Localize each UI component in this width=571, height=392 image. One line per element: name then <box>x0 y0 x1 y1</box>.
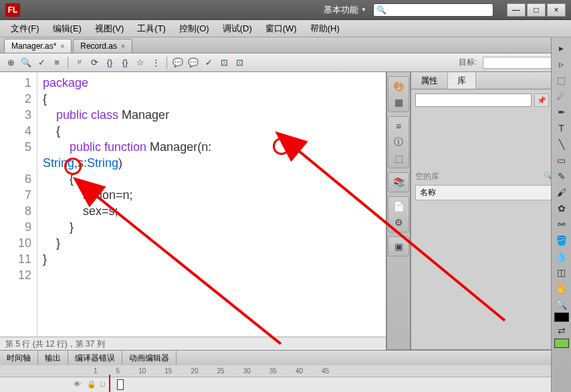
menu-item[interactable]: 窗口(W) <box>259 21 304 37</box>
document-tab-bar: Manager.as*×Record.as× <box>0 37 571 53</box>
title-bar: FL 基本功能▼ 🔍 — □ × <box>0 0 571 20</box>
minimize-button[interactable]: — <box>507 3 526 17</box>
free-transform-icon[interactable]: ⬚ <box>554 72 570 87</box>
components-icon[interactable]: ▣ <box>390 239 407 254</box>
empty-library-label: 空的库 <box>415 171 542 182</box>
swap-colors-icon[interactable]: ⇄ <box>554 323 570 338</box>
rectangle-tool-icon[interactable]: ▭ <box>554 152 570 168</box>
target-label: 目标: <box>459 57 477 68</box>
menu-item[interactable]: 文件(F) <box>4 21 46 37</box>
bottom-tab[interactable]: 动画编辑器 <box>122 351 177 365</box>
menu-item[interactable]: 调试(D) <box>216 21 259 37</box>
eye-icon[interactable]: 👁 <box>74 380 83 389</box>
tab-library[interactable]: 库 <box>448 72 476 89</box>
menu-item[interactable]: 编辑(E) <box>46 21 88 37</box>
toolbar-icon[interactable]: 💬 <box>171 56 185 69</box>
paint-bucket-icon[interactable]: 🪣 <box>554 232 570 248</box>
tab-properties[interactable]: 属性 <box>411 72 448 89</box>
bottom-tab[interactable]: 时间轴 <box>0 351 38 365</box>
menu-item[interactable]: 工具(T) <box>130 21 173 37</box>
timeline-panel: 时间轴输出编译器错误动画编辑器 151015202530354045 👁 🔒 □ <box>0 351 571 392</box>
document-tab[interactable]: Manager.as*× <box>4 39 72 53</box>
zoom-tool-icon[interactable]: 🔍 <box>554 297 570 312</box>
playhead[interactable] <box>109 375 110 392</box>
bottom-tab[interactable]: 输出 <box>38 351 68 365</box>
lock-icon[interactable]: 🔒 <box>87 380 96 389</box>
line-tool-icon[interactable]: ╲ <box>554 136 570 152</box>
search-icon: 🔍 <box>376 5 386 15</box>
toolbar-icon[interactable]: ≡ <box>50 56 64 69</box>
close-icon[interactable]: × <box>60 43 64 50</box>
menu-item[interactable]: 帮助(H) <box>304 21 346 37</box>
toolbar-icon[interactable]: {} <box>103 56 116 69</box>
pen-tool-icon[interactable]: ✒ <box>554 104 570 120</box>
align-icon[interactable]: ≡ <box>390 119 407 134</box>
swatches-icon[interactable]: ▦ <box>390 95 407 110</box>
workspace-switcher[interactable]: 基本功能▼ <box>324 4 366 16</box>
tools-panel: ▸ ▹ ⬚ ☄ ✒ T ╲ ▭ ✎ 🖌 ✿ ⚯ 🪣 💧 ◫ ✋ 🔍 ⇄ <box>551 37 571 392</box>
lasso-tool-icon[interactable]: ☄ <box>554 88 570 104</box>
selection-tool-icon[interactable]: ▸ <box>554 40 570 55</box>
outline-icon[interactable]: □ <box>100 380 110 389</box>
toolbar-icon[interactable]: ⋮ <box>149 56 162 69</box>
menu-bar: 文件(F)编辑(E)视图(V)工具(T)控制(O)调试(D)窗口(W)帮助(H) <box>0 20 571 37</box>
menu-item[interactable]: 视图(V) <box>88 21 130 37</box>
toolbar-icon[interactable]: {} <box>118 56 132 69</box>
menu-item[interactable]: 控制(O) <box>173 21 216 37</box>
hand-tool-icon[interactable]: ✋ <box>554 280 570 296</box>
actions-icon[interactable]: 📄 <box>390 199 407 214</box>
eraser-tool-icon[interactable]: ◫ <box>554 264 570 280</box>
library-dropdown[interactable] <box>415 93 532 107</box>
library-panel: 属性 库 ▪≡ 📌 ⊞ 空的库 🔍 ⊡ 名称 <box>411 72 571 350</box>
editor-toolbar: ⊕🔍✓≡〃⟳{}{}☆⋮💬💬✓⊡⊡目标: <box>0 53 571 72</box>
bone-tool-icon[interactable]: ⚯ <box>554 216 570 232</box>
code-editor[interactable]: 123456789101112 package{ public class Ma… <box>0 72 386 350</box>
line-gutter: 123456789101112 <box>0 72 37 337</box>
color-icon[interactable]: 🎨 <box>390 79 407 93</box>
fill-color[interactable] <box>554 339 569 348</box>
library-icon[interactable]: 📚 <box>390 175 407 190</box>
pencil-tool-icon[interactable]: ✎ <box>554 168 570 184</box>
search-input[interactable] <box>373 3 493 17</box>
close-icon[interactable]: × <box>121 43 125 50</box>
toolbar-icon[interactable]: ☆ <box>134 56 147 69</box>
brush-tool-icon[interactable]: 🖌 <box>554 184 570 200</box>
toolbar-icon[interactable]: ⊡ <box>233 56 246 69</box>
text-tool-icon[interactable]: T <box>554 120 570 136</box>
stroke-color[interactable] <box>554 313 569 322</box>
document-tab[interactable]: Record.as× <box>73 39 132 53</box>
close-button[interactable]: × <box>547 3 566 17</box>
toolbar-icon[interactable]: ✓ <box>202 56 215 69</box>
timeline-ruler[interactable]: 151015202530354045 <box>0 365 571 377</box>
timeline-track[interactable]: 👁 🔒 □ <box>0 377 571 392</box>
toolbar-icon[interactable]: ⊡ <box>217 56 231 69</box>
panel-dock: 🎨▦ ≡ⓘ⬚ 📚 📄⚙ ▣ <box>386 72 411 350</box>
chevron-down-icon: ▼ <box>361 7 366 13</box>
toolbar-icon[interactable]: 🔍 <box>19 56 33 69</box>
deco-tool-icon[interactable]: ✿ <box>554 200 570 216</box>
transform-icon[interactable]: ⬚ <box>390 151 407 166</box>
subselection-tool-icon[interactable]: ▹ <box>554 56 570 71</box>
bottom-tab[interactable]: 编译器错误 <box>68 351 122 365</box>
toolbar-icon[interactable]: ⊕ <box>4 56 17 69</box>
search-box[interactable]: 🔍 <box>373 3 493 17</box>
toolbar-icon[interactable]: ⟳ <box>88 56 101 69</box>
behaviors-icon[interactable]: ⚙ <box>390 215 407 230</box>
library-column-name[interactable]: 名称 <box>415 185 566 200</box>
status-bar: 第 5 行 (共 12 行)，第 37 列 <box>0 337 386 350</box>
eyedropper-icon[interactable]: 💧 <box>554 248 570 264</box>
toolbar-icon[interactable]: 〃 <box>72 56 86 69</box>
pin-icon[interactable]: 📌 <box>534 93 549 107</box>
toolbar-icon[interactable]: ✓ <box>35 56 48 69</box>
info-icon[interactable]: ⓘ <box>390 135 407 150</box>
maximize-button[interactable]: □ <box>527 3 546 17</box>
toolbar-icon[interactable]: 💬 <box>187 56 200 69</box>
app-icon: FL <box>5 3 20 17</box>
code-content[interactable]: package{ public class Manager { public f… <box>37 72 386 337</box>
keyframe[interactable] <box>117 379 124 390</box>
